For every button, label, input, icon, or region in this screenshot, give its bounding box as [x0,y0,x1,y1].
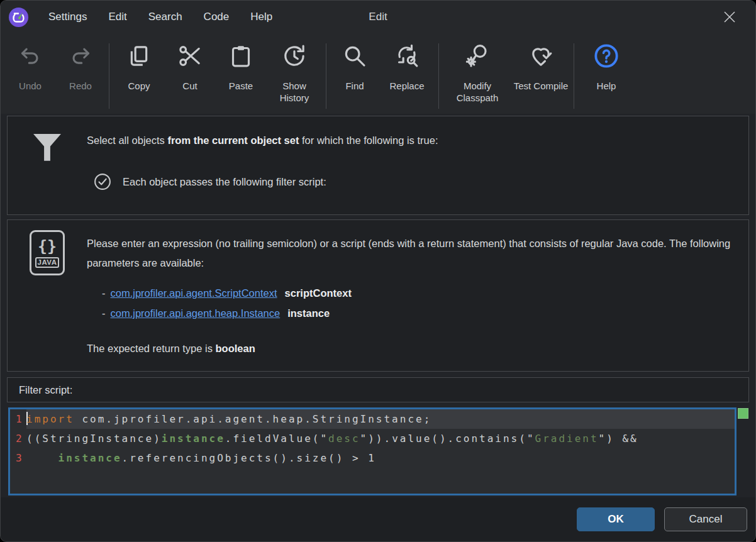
code-token-plain: ")).value().contains(" [360,433,535,445]
param-name: instance [287,307,330,319]
redo-button[interactable]: Redo [56,36,105,114]
help-icon [594,43,619,76]
undo-button[interactable]: Undo [4,36,56,114]
cut-icon [177,43,203,76]
toolbar-separator [109,43,109,109]
code-text: ((StringInstance)instance.fieldValue("de… [26,429,735,448]
code-line[interactable]: 2((StringInstance)instance.fieldValue("d… [10,429,735,448]
error-stripe-status-indicator [738,408,748,419]
paste-icon [228,43,253,76]
line-number: 2 [10,429,26,448]
line-number: 1 [10,409,26,429]
jprofiler-app-icon [8,7,29,28]
toolbar-separator [438,43,439,109]
select-objects-text: Select all objects from the current obje… [87,133,438,147]
copy-icon [126,43,152,76]
toolbar-separator [574,43,574,109]
filter-script-label: Filter script: [19,384,72,396]
close-icon [721,9,738,25]
replace-icon [394,43,420,76]
history-clock-icon [282,43,307,76]
menu-help[interactable]: Help [242,7,281,27]
code-text: import com.jprofiler.api.agent.heap.Stri… [26,409,735,429]
code-text: instance.referencingObjects().size() > 1 [26,448,735,468]
close-button[interactable] [719,7,740,27]
filter-funnel-icon [8,116,87,214]
modify-classpath-button[interactable]: Modify Classpath [443,36,512,114]
code-token-plain [26,452,58,464]
test-compile-icon [528,43,553,76]
modify-classpath-icon [465,43,490,76]
code-token-plain: .fieldValue(" [225,433,328,445]
code-token-plain: ") && [599,433,638,445]
instance-class-link[interactable]: com.jprofiler.api.agent.heap.Instance [111,307,281,319]
code-token-plain: .referencingObjects().size() > 1 [122,452,376,464]
scriptcontext-class-link[interactable]: com.jprofiler.api.agent.ScriptContext [111,287,277,299]
paste-button[interactable]: Paste [215,36,267,114]
code-area: 1import com.jprofiler.api.agent.heap.Str… [10,409,735,468]
filter-script-condition-text: Each object passes the following filter … [123,176,326,188]
replace-button[interactable]: Replace [379,36,435,114]
code-token-param: instance [162,433,225,445]
dialog-footer: OK Cancel [1,497,755,541]
menu-code[interactable]: Code [196,7,238,27]
cancel-button[interactable]: Cancel [664,507,747,531]
undo-icon [18,43,43,76]
param-instance: -com.jprofiler.api.agent.heap.Instancein… [102,303,738,323]
filter-script-editor[interactable]: 1import com.jprofiler.api.agent.heap.Str… [8,407,737,495]
param-name: scriptContext [285,287,352,299]
code-token-param: instance [58,452,122,464]
menu-bar: Settings Edit Search Code Help [40,7,281,27]
script-help-intro: Please enter an expression (no trailing … [87,234,738,273]
menu-settings[interactable]: Settings [40,7,95,27]
check-circle-icon [93,172,112,191]
code-token-plain: ((StringInstance) [26,433,162,445]
title-bar: Settings Edit Search Code Help Edit [1,1,755,33]
script-help-panel: {} JAVA Please enter an expression (no t… [7,219,749,372]
editor-row: 1import com.jprofiler.api.agent.heap.Str… [8,407,748,495]
filter-script-label-panel: Filter script: [7,377,749,402]
copy-button[interactable]: Copy [113,36,165,114]
toolbar-separator [326,43,326,109]
code-token-string: desc [328,433,360,445]
cut-button[interactable]: Cut [165,36,215,114]
code-token-plain: com.jprofiler.api.agent.heap.StringInsta… [74,413,431,425]
code-token-string: Gradient [535,433,599,445]
find-icon [342,43,367,76]
java-icon: {} JAVA [30,230,65,275]
ok-button[interactable]: OK [577,507,655,531]
select-objects-panel: Select all objects from the current obje… [7,116,749,215]
menu-search[interactable]: Search [140,7,191,27]
toolbar: Undo Redo Copy Cut Paste [1,33,755,114]
code-line[interactable]: 3 instance.referencingObjects().size() >… [10,448,735,468]
show-history-button[interactable]: Show History [267,36,322,114]
test-compile-button[interactable]: Test Compile [512,36,570,114]
edit-dialog: Settings Edit Search Code Help Edit Undo… [0,0,756,542]
code-token-keyword: import [26,413,74,425]
menu-edit[interactable]: Edit [100,7,135,27]
return-type-text: The expected return type is boolean [87,343,738,355]
find-button[interactable]: Find [330,36,379,114]
param-scriptcontext: -com.jprofiler.api.agent.ScriptContextsc… [102,283,738,303]
redo-icon [68,43,93,76]
line-number: 3 [10,448,26,468]
code-line[interactable]: 1import com.jprofiler.api.agent.heap.Str… [10,409,735,429]
parameter-list: -com.jprofiler.api.agent.ScriptContextsc… [102,283,738,323]
help-button[interactable]: Help [578,36,635,114]
